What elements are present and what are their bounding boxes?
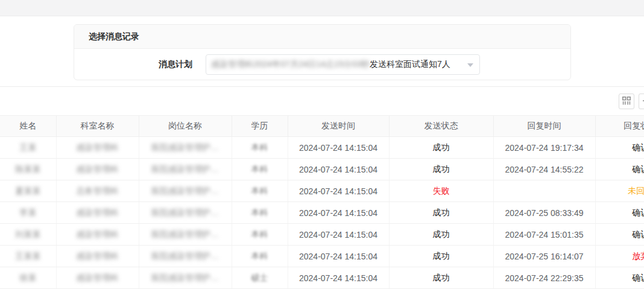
custom-column-icon bbox=[622, 96, 631, 107]
cell-reply-time: 2024-07-25 16:14:07 bbox=[493, 246, 595, 267]
cell-position: 医院感染管理护… bbox=[139, 137, 232, 159]
cell-education: 本科 bbox=[232, 159, 288, 180]
cell-send-status: 成功 bbox=[389, 202, 493, 224]
cell-reply-status: 确认 bbox=[595, 137, 644, 159]
cell-send-time: 2024-07-24 14:15:04 bbox=[288, 159, 389, 180]
table-header-row: 姓名科室名称岗位名称学历发送时间发送状态回复时间回复状态 bbox=[0, 116, 644, 137]
cell-send-status: 成功 bbox=[389, 137, 493, 159]
cell-department: 总务管理科 bbox=[56, 180, 139, 202]
table-row[interactable]: 夏某某总务管理科医院感染管理护…本科2024-07-24 14:15:04失败未… bbox=[0, 180, 644, 202]
cell-education: 硕士 bbox=[232, 267, 288, 289]
cell-education: 本科 bbox=[232, 180, 288, 202]
panel-header: 选择消息记录 bbox=[74, 25, 570, 49]
table-body: 王某感染管理科医院感染管理护…本科2024-07-24 14:15:04成功20… bbox=[0, 137, 644, 289]
column-header-7: 回复时间 bbox=[493, 116, 595, 137]
cell-position: 医院感染管理护… bbox=[139, 202, 232, 224]
cell-position: 医院感染管理护… bbox=[139, 246, 232, 267]
table-row[interactable]: 李某感染管理科医院感染管理护…本科2024-07-24 14:15:04成功20… bbox=[0, 202, 644, 224]
cell-reply-status: 确认 bbox=[595, 224, 644, 246]
select-value: 发送科室面试通知7人 bbox=[370, 59, 450, 70]
cell-name: 徐某 bbox=[0, 267, 56, 289]
cell-position: 医院感染管理护… bbox=[139, 180, 232, 202]
cell-send-time: 2024-07-24 14:15:04 bbox=[288, 267, 389, 289]
cell-send-status: 成功 bbox=[389, 246, 493, 267]
select-value-blurred-part: 感染管理科2024年07月24日14点15分03秒 bbox=[211, 59, 370, 70]
cell-education: 本科 bbox=[232, 246, 288, 267]
cell-name: 王某某 bbox=[0, 246, 56, 267]
message-record-table: 姓名科室名称岗位名称学历发送时间发送状态回复时间回复状态 王某感染管理科医院感染… bbox=[0, 115, 644, 289]
cell-send-time: 2024-07-24 14:15:04 bbox=[288, 246, 389, 267]
cell-name: 李某 bbox=[0, 202, 56, 224]
message-plan-label: 消息计划 bbox=[74, 59, 192, 70]
cell-send-status: 成功 bbox=[389, 224, 493, 246]
message-record-table-wrap: 姓名科室名称岗位名称学历发送时间发送状态回复时间回复状态 王某感染管理科医院感染… bbox=[0, 115, 644, 289]
cell-send-status: 失败 bbox=[389, 180, 493, 202]
cell-reply-time: 2024-07-24 22:29:35 bbox=[493, 267, 595, 289]
column-header-2: 科室名称 bbox=[56, 116, 139, 137]
column-header-6: 发送状态 bbox=[389, 116, 493, 137]
column-header-1: 姓名 bbox=[0, 116, 56, 137]
cell-position: 医院感染管理护… bbox=[139, 267, 232, 289]
upper-section: 选择消息记录 消息计划 感染管理科2024年07月24日14点15分03秒发送科… bbox=[0, 16, 644, 86]
cell-department: 感染管理科 bbox=[56, 224, 139, 246]
cell-department: 感染管理科 bbox=[56, 137, 139, 159]
cell-name: 刘某某 bbox=[0, 224, 56, 246]
cell-reply-time: 2024-07-24 19:17:34 bbox=[493, 137, 595, 159]
cell-reply-time: 2024-07-24 14:55:22 bbox=[493, 159, 595, 180]
more-tool-button[interactable] bbox=[639, 94, 644, 109]
cell-send-time: 2024-07-24 14:15:04 bbox=[288, 180, 389, 202]
table-row[interactable]: 王某某感染管理科医院感染管理护…本科2024-07-24 14:15:04成功2… bbox=[0, 246, 644, 267]
cell-reply-status: 确认 bbox=[595, 267, 644, 289]
more-icon bbox=[642, 96, 644, 107]
panel-title: 选择消息记录 bbox=[89, 31, 139, 42]
chevron-down-icon bbox=[467, 63, 473, 67]
cell-send-time: 2024-07-24 14:15:04 bbox=[288, 137, 389, 159]
column-header-5: 发送时间 bbox=[288, 116, 389, 137]
cell-position: 医院感染管理护… bbox=[139, 159, 232, 180]
cell-reply-status: 确认 bbox=[595, 159, 644, 180]
cell-reply-time: 2024-07-25 08:33:49 bbox=[493, 202, 595, 224]
cell-send-status: 成功 bbox=[389, 159, 493, 180]
column-header-8: 回复状态 bbox=[595, 116, 644, 137]
message-record-panel: 选择消息记录 消息计划 感染管理科2024年07月24日14点15分03秒发送科… bbox=[74, 24, 571, 80]
cell-education: 本科 bbox=[232, 137, 288, 159]
cell-education: 本科 bbox=[232, 224, 288, 246]
panel-body: 消息计划 感染管理科2024年07月24日14点15分03秒发送科室面试通知7人 bbox=[74, 49, 570, 80]
cell-department: 感染管理科 bbox=[56, 246, 139, 267]
cell-department: 感染管理科 bbox=[56, 202, 139, 224]
message-plan-select[interactable]: 感染管理科2024年07月24日14点15分03秒发送科室面试通知7人 bbox=[206, 54, 480, 75]
cell-reply-time bbox=[493, 180, 595, 202]
cell-send-status: 成功 bbox=[389, 267, 493, 289]
cell-send-time: 2024-07-24 14:15:04 bbox=[288, 202, 389, 224]
table-row[interactable]: 王某感染管理科医院感染管理护…本科2024-07-24 14:15:04成功20… bbox=[0, 137, 644, 159]
cell-position: 医院感染管理护… bbox=[139, 224, 232, 246]
cell-reply-status: 未回复 bbox=[595, 180, 644, 202]
table-row[interactable]: 陈某某感染管理科医院感染管理护…本科2024-07-24 14:15:04成功2… bbox=[0, 159, 644, 180]
column-header-3: 岗位名称 bbox=[139, 116, 232, 137]
cell-department: 感染管理科 bbox=[56, 159, 139, 180]
column-header-4: 学历 bbox=[232, 116, 288, 137]
cell-reply-time: 2024-07-24 15:01:35 bbox=[493, 224, 595, 246]
cell-education: 本科 bbox=[232, 202, 288, 224]
cell-reply-status: 确认 bbox=[595, 202, 644, 224]
cell-send-time: 2024-07-24 14:15:04 bbox=[288, 224, 389, 246]
custom-column-button[interactable] bbox=[619, 94, 634, 109]
top-bar bbox=[0, 0, 644, 16]
table-toolbar bbox=[0, 86, 644, 115]
cell-name: 夏某某 bbox=[0, 180, 56, 202]
cell-name: 王某 bbox=[0, 137, 56, 159]
table-row[interactable]: 徐某感染管理科医院感染管理护…硕士2024-07-24 14:15:04成功20… bbox=[0, 267, 644, 289]
cell-reply-status: 放弃 bbox=[595, 246, 644, 267]
table-row[interactable]: 刘某某感染管理科医院感染管理护…本科2024-07-24 14:15:04成功2… bbox=[0, 224, 644, 246]
cell-name: 陈某某 bbox=[0, 159, 56, 180]
cell-department: 感染管理科 bbox=[56, 267, 139, 289]
